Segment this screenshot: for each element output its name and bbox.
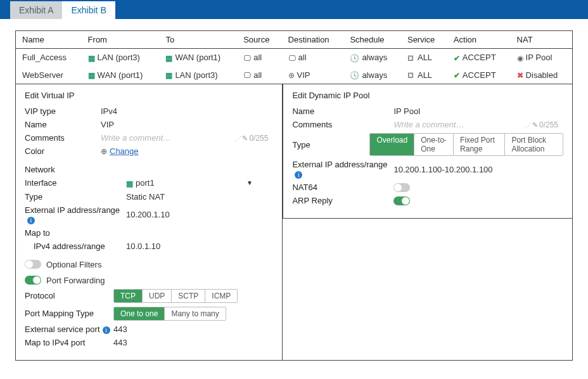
protocol-udp[interactable]: UDP (143, 290, 172, 302)
panel-title: Edit Dynamic IP Pool (292, 91, 563, 100)
pool-comments-input[interactable]: Write a comment… (393, 120, 464, 129)
cell-nat: IP Pool (526, 53, 553, 62)
vip-type2-label: Type (25, 192, 126, 202)
color-swatch-icon: ⊕ (101, 147, 107, 156)
cell-destination: VIP (297, 70, 310, 80)
pool-type-overload[interactable]: Overload (370, 134, 414, 155)
accept-icon: ✔ (454, 71, 460, 80)
edit-ip-pool-panel: Edit Dynamic IP Pool Name IP Pool Commen… (283, 84, 572, 219)
nat64-toggle[interactable] (393, 183, 410, 192)
th-nat: NAT (511, 31, 572, 49)
cell-from: WAN (port1) (98, 70, 143, 80)
optional-filters-label: Optional Filters (46, 260, 101, 269)
arp-reply-label: ARP Reply (292, 196, 393, 205)
th-action: Action (447, 31, 511, 49)
cell-service: ALL (418, 70, 432, 80)
info-icon[interactable]: i (295, 171, 302, 179)
pool-type-one-to-one[interactable]: One-to-One (414, 134, 454, 155)
port-mapping-many[interactable]: Many to many (165, 307, 225, 320)
edit-virtual-ip-panel: Edit Virtual IP VIP type IPv4 Name VIP C… (16, 84, 283, 360)
tab-exhibit-a[interactable]: Exhibit A (10, 1, 62, 19)
ext-port-label: External service porti (25, 324, 113, 334)
interface-icon: ▦ (165, 71, 172, 80)
cell-destination: all (298, 53, 307, 62)
ext-ip-input[interactable]: 10.200.1.10 (126, 210, 170, 219)
network-heading: Network (25, 165, 273, 174)
interface-icon: ▦ (88, 71, 95, 80)
arp-reply-toggle[interactable] (393, 196, 410, 205)
vip-comments-input[interactable]: Write a comment… (101, 133, 171, 143)
pool-name-input[interactable]: IP Pool (393, 106, 420, 116)
resize-icon: ⋰ (525, 122, 531, 129)
interface-dropdown[interactable]: ▦port1 ▼ (126, 178, 253, 188)
optional-filters-toggle[interactable] (25, 260, 41, 269)
cell-schedule: always (362, 70, 387, 80)
protocol-icmp[interactable]: ICMP (205, 290, 237, 302)
tab-exhibit-b[interactable]: Exhibit B (62, 1, 115, 19)
interface-icon: ▦ (126, 179, 133, 188)
port-mapping-segmented: One to one Many to many (113, 307, 226, 321)
cell-action: ACCEPT (463, 53, 496, 62)
table-row[interactable]: WebServer ▦WAN (port1) ▦LAN (port3) 🖵all… (16, 67, 572, 84)
nat64-label: NAT64 (292, 183, 393, 192)
cell-name: Full_Access (16, 49, 82, 67)
ext-port-input[interactable]: 443 (113, 324, 127, 334)
resize-icon: ⋰ (235, 135, 241, 142)
port-forwarding-toggle[interactable] (25, 276, 41, 285)
schedule-icon: 🕓 (350, 71, 359, 80)
address-icon: 🖵 (243, 71, 251, 80)
vip-name-label: Name (25, 120, 101, 129)
vip-comments-label: Comments (25, 133, 101, 143)
panel-title: Edit Virtual IP (25, 91, 273, 100)
cell-from: LAN (port3) (98, 53, 140, 62)
vip-type-label: VIP type (25, 106, 101, 116)
interface-label: Interface (25, 178, 126, 188)
pool-type-port-block-allocation[interactable]: Port Block Allocation (505, 134, 563, 155)
change-color-link[interactable]: Change (110, 146, 139, 156)
pool-ext-ip-label: External IP address/rangei (292, 160, 393, 179)
interface-icon: ▦ (88, 54, 95, 63)
cell-source: all (253, 70, 262, 80)
port-mapping-label: Port Mapping Type (25, 309, 113, 318)
cell-to: WAN (port1) (175, 53, 220, 62)
pool-ext-ip-input[interactable]: 10.200.1.100-10.200.1.100 (393, 165, 492, 174)
th-from: From (82, 31, 160, 49)
protocol-sctp[interactable]: SCTP (172, 290, 205, 302)
info-icon[interactable]: i (27, 217, 35, 224)
ipv4-range-input[interactable]: 10.0.1.10 (126, 241, 160, 251)
pencil-icon: ✎ (532, 121, 538, 129)
port-mapping-one[interactable]: One to one (114, 307, 165, 320)
vip-color-label: Color (25, 146, 101, 156)
policy-table: Name From To Source Destination Schedule… (16, 31, 572, 84)
th-schedule: Schedule (343, 31, 401, 49)
interface-icon: ▦ (165, 54, 172, 63)
info-icon[interactable]: i (103, 326, 110, 334)
pool-type-label: Type (292, 140, 369, 150)
map-port-label: Map to IPv4 port (25, 338, 113, 347)
protocol-tcp[interactable]: TCP (114, 290, 143, 302)
cell-source: all (253, 53, 262, 62)
th-service: Service (401, 31, 447, 49)
map-port-input[interactable]: 443 (113, 338, 127, 347)
accept-icon: ✔ (454, 54, 460, 63)
pool-type-segmented: Overload One-to-One Fixed Port Range Por… (369, 133, 563, 156)
address-icon: 🖵 (243, 54, 251, 63)
chevron-down-icon: ▼ (246, 179, 253, 186)
ext-ip-label: External IP address/rangei (25, 205, 126, 224)
pool-type-fixed-port-range[interactable]: Fixed Port Range (454, 134, 505, 155)
pool-name-label: Name (292, 106, 393, 116)
vip-type-value: IPv4 (101, 106, 117, 116)
schedule-icon: 🕓 (350, 54, 359, 63)
service-icon: ⛋ (407, 71, 415, 80)
protocol-segmented: TCP UDP SCTP ICMP (113, 289, 238, 303)
ippool-icon: ◉ (517, 54, 523, 63)
cell-service: ALL (418, 53, 432, 62)
table-row[interactable]: Full_Access ▦LAN (port3) ▦WAN (port1) 🖵a… (16, 49, 572, 67)
cell-nat: Disabled (526, 70, 558, 80)
vip-name-input[interactable]: VIP (101, 120, 114, 129)
vip-icon: ⊕ (288, 71, 295, 80)
protocol-label: Protocol (25, 291, 113, 300)
th-destination: Destination (282, 31, 344, 49)
cell-name: WebServer (16, 67, 82, 84)
service-icon: ⛋ (407, 54, 415, 63)
